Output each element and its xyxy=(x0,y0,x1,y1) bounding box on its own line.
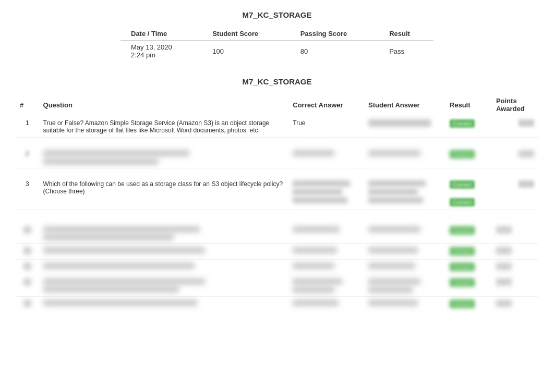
row-student-1 xyxy=(364,116,445,138)
spacer-row xyxy=(16,138,538,147)
row-num-3: 3 xyxy=(16,177,39,210)
student-score-header: Student Score xyxy=(202,27,290,41)
row-question-3: Which of the following can be used as a … xyxy=(39,177,289,210)
col-result-header: Result xyxy=(445,94,492,116)
col-correct-header: Correct Answer xyxy=(288,94,364,116)
row-result-3: Correct Correct xyxy=(445,177,492,210)
table-row: 1 True or False? Amazon Simple Storage S… xyxy=(16,116,538,138)
row-points-3 xyxy=(492,177,538,210)
row-question-1: True or False? Amazon Simple Storage Ser… xyxy=(39,116,289,138)
row-correct-3 xyxy=(288,177,364,210)
table-row: Correct xyxy=(16,259,538,275)
table-row: Correct xyxy=(16,296,538,312)
table-row: Correct xyxy=(16,243,538,259)
score-section: Date / Time Student Score Passing Score … xyxy=(16,27,538,62)
passing-score-value: 80 xyxy=(290,41,379,62)
result-value: Pass xyxy=(379,41,433,62)
row-correct-1: True xyxy=(288,116,364,138)
row-result-1: Correct xyxy=(445,116,492,138)
row-points-1 xyxy=(492,116,538,138)
title-1: M7_KC_STORAGE xyxy=(16,10,538,19)
row-student-3 xyxy=(364,177,445,210)
date-value: May 13, 2020 2:24 pm xyxy=(121,41,202,62)
col-question-header: Question xyxy=(39,94,289,116)
spacer-row xyxy=(16,168,538,177)
table-row: 3 Which of the following can be used as … xyxy=(16,177,538,210)
spacer-row xyxy=(16,210,538,223)
row-num-1: 1 xyxy=(16,116,39,138)
col-points-header: Points Awarded xyxy=(492,94,538,116)
questions-table: # Question Correct Answer Student Answer… xyxy=(16,94,538,312)
col-student-header: Student Answer xyxy=(364,94,445,116)
title-2: M7_KC_STORAGE xyxy=(16,77,538,86)
result-header: Result xyxy=(379,27,433,41)
score-table: Date / Time Student Score Passing Score … xyxy=(121,27,433,62)
passing-score-header: Passing Score xyxy=(290,27,379,41)
questions-section: # Question Correct Answer Student Answer… xyxy=(16,94,538,312)
page-container: M7_KC_STORAGE Date / Time Student Score … xyxy=(0,0,554,323)
table-row: 2 Correct xyxy=(16,147,538,168)
table-row: Correct xyxy=(16,275,538,296)
date-time-header: Date / Time xyxy=(121,27,202,41)
col-num-header: # xyxy=(16,94,39,116)
table-row: Correct xyxy=(16,223,538,244)
student-score-value: 100 xyxy=(202,41,290,62)
